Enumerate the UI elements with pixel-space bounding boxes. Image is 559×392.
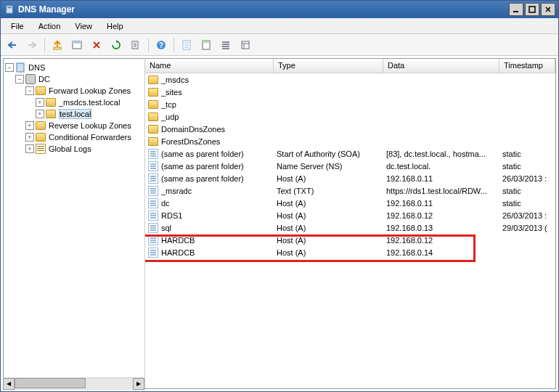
record-name: (same as parent folder) [161, 162, 244, 171]
delete-button[interactable] [88, 36, 105, 54]
svg-rect-14 [17, 63, 24, 72]
menu-view[interactable]: View [68, 20, 99, 32]
menu-action[interactable]: Action [31, 20, 68, 32]
back-button[interactable] [4, 36, 21, 54]
record-data: [83], dc.test.local., hostma... [383, 149, 499, 159]
record-icon [148, 173, 158, 184]
folder-row[interactable]: _msdcs [145, 73, 555, 86]
list-button[interactable] [217, 36, 234, 54]
help-button[interactable]: ? [152, 36, 170, 54]
export-button[interactable] [127, 36, 144, 54]
record-row[interactable]: (same as parent folder)Host (A)192.168.0… [145, 172, 555, 184]
up-button[interactable] [49, 36, 66, 54]
expand-icon[interactable]: + [36, 110, 44, 118]
minimize-button[interactable] [509, 3, 523, 16]
forward-button [23, 36, 41, 54]
window-title: DNS Manager [18, 4, 509, 15]
record-type: Host (A) [274, 211, 383, 221]
svg-rect-0 [7, 6, 13, 14]
tree-cond-forwarders[interactable]: + Conditional Forwarders [5, 131, 143, 143]
folder-row[interactable]: ForestDnsZones [145, 135, 555, 147]
folder-icon [148, 137, 158, 146]
tree-reverse-zones[interactable]: + Reverse Lookup Zones [5, 120, 143, 131]
scroll-thumb[interactable] [15, 378, 86, 388]
titlebar[interactable]: DNS Manager [1, 1, 558, 18]
menu-help[interactable]: Help [99, 20, 131, 32]
col-type[interactable]: Type [274, 59, 383, 73]
record-timestamp: 26/03/2013 : [499, 173, 555, 184]
col-data[interactable]: Data [383, 59, 499, 73]
record-row[interactable]: (same as parent folder)Start of Authorit… [145, 147, 555, 160]
folder-row[interactable]: _udp [145, 110, 555, 123]
record-row[interactable]: (same as parent folder)Name Server (NS)d… [145, 160, 555, 172]
new-dialog-button[interactable] [68, 36, 86, 54]
tree-panel[interactable]: − DNS − DC − Forward Lookup Zones + _msd… [4, 59, 145, 388]
col-timestamp[interactable]: Timestamp [499, 59, 555, 73]
tree-zone-msdcs[interactable]: + _msdcs.test.local [5, 97, 143, 108]
record-timestamp: static [499, 198, 555, 208]
record-row[interactable]: HARDCBHost (A)192.168.0.12 [145, 234, 555, 246]
folder-icon [148, 113, 158, 121]
folder-name: _tcp [161, 100, 176, 109]
server-icon [25, 74, 36, 84]
collapse-icon[interactable]: − [15, 75, 24, 83]
tree-global-logs[interactable]: + Global Logs [5, 143, 143, 155]
folder-row[interactable]: _tcp [145, 98, 555, 110]
folder-name: ForestDnsZones [161, 137, 220, 146]
menu-file[interactable]: File [4, 20, 31, 32]
folder-name: _udp [161, 113, 179, 121]
folder-icon [36, 86, 46, 95]
record-data: 192.168.0.14 [383, 248, 499, 258]
record-timestamp: static [499, 149, 555, 159]
folder-icon [36, 133, 46, 142]
svg-rect-12 [203, 41, 210, 43]
expand-icon[interactable]: + [25, 121, 34, 130]
detail-button[interactable] [237, 36, 254, 54]
record-row[interactable]: HARDCBHost (A)192.168.0.14 [145, 246, 555, 258]
maximize-button[interactable] [525, 3, 539, 16]
tree-root-dns[interactable]: − DNS [5, 62, 143, 73]
toolbar: ? [1, 34, 558, 56]
scroll-left-button[interactable]: ◀ [3, 378, 15, 390]
tree-forward-zones[interactable]: − Forward Lookup Zones [5, 85, 143, 97]
record-row[interactable]: RDS1Host (A)192.168.0.1226/03/2013 : [145, 209, 555, 221]
svg-rect-2 [513, 11, 518, 12]
record-type: Host (A) [274, 173, 383, 184]
collapse-icon[interactable]: − [25, 86, 34, 95]
expand-icon[interactable]: + [36, 98, 44, 107]
record-type: Host (A) [274, 198, 383, 208]
tree-label: Forward Lookup Zones [49, 86, 131, 95]
dns-icon [15, 62, 25, 73]
record-icon [148, 223, 158, 233]
close-button[interactable] [541, 3, 555, 16]
filter-button[interactable] [197, 36, 215, 54]
tree-label: DC [38, 75, 50, 83]
folder-icon [148, 100, 158, 109]
record-icon [148, 235, 158, 245]
column-headers: Name Type Data Timestamp [145, 59, 555, 73]
collapse-icon[interactable]: − [5, 63, 14, 72]
tree-zone-testlocal[interactable]: + test.local [5, 108, 143, 120]
record-data: dc.test.local. [383, 161, 499, 171]
folder-row[interactable]: DomainDnsZones [145, 123, 555, 135]
folder-icon [46, 98, 56, 107]
record-icon [148, 186, 158, 196]
record-list[interactable]: _msdcs_sites_tcp_udpDomainDnsZonesForest… [145, 73, 555, 258]
col-name[interactable]: Name [145, 59, 274, 73]
new-record-button[interactable] [178, 36, 195, 54]
tree-server-dc[interactable]: − DC [5, 73, 143, 85]
record-row[interactable]: dcHost (A)192.168.0.11static [145, 197, 555, 209]
record-name: HARDCB [161, 248, 195, 257]
expand-icon[interactable]: + [25, 144, 34, 153]
refresh-button[interactable] [107, 36, 125, 54]
record-row[interactable]: sqlHost (A)192.168.0.1329/03/2013 ( [145, 221, 555, 234]
folder-row[interactable]: _sites [145, 86, 555, 98]
record-row[interactable]: _msradcText (TXT)https://rds1.test.local… [145, 184, 555, 197]
expand-icon[interactable]: + [25, 133, 34, 142]
record-data: 192.168.0.13 [383, 223, 499, 233]
svg-rect-4 [54, 47, 61, 49]
record-type: Text (TXT) [274, 186, 383, 196]
record-type: Host (A) [274, 248, 383, 258]
tree-hscroll[interactable]: ◀ ▶ [3, 377, 144, 389]
scroll-right-button[interactable]: ▶ [133, 378, 144, 390]
